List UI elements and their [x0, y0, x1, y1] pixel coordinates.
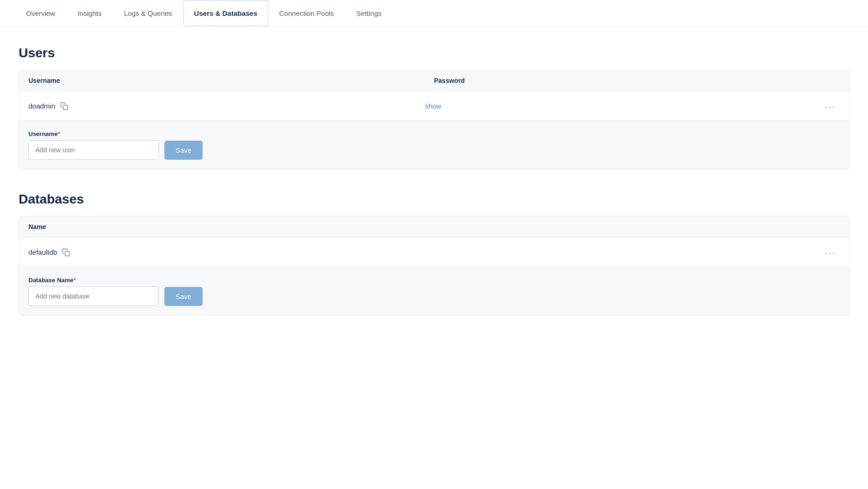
databases-section-title: Databases — [19, 192, 849, 207]
nav-item-logs-queries[interactable]: Logs & Queries — [113, 0, 183, 27]
username-value: doadmin — [28, 102, 55, 110]
databases-table-header: Name — [19, 217, 849, 238]
nav-item-connection-pools[interactable]: Connection Pools — [268, 0, 346, 27]
copy-username-icon[interactable] — [60, 102, 68, 110]
database-name-cell: defaultdb — [28, 248, 821, 257]
svg-rect-1 — [65, 251, 69, 256]
name-col-header: Name — [28, 223, 840, 231]
add-user-form-row: Save — [28, 140, 840, 160]
nav-item-overview[interactable]: Overview — [15, 0, 67, 27]
nav-item-users-databases[interactable]: Users & Databases — [183, 0, 268, 26]
database-row-defaultdb: defaultdb ··· — [19, 238, 849, 267]
username-col-header: Username — [28, 77, 434, 84]
nav-item-settings[interactable]: Settings — [345, 0, 393, 27]
users-section-title: Users — [19, 46, 849, 61]
add-user-form: Username* Save — [19, 121, 849, 169]
copy-dbname-icon[interactable] — [62, 248, 70, 257]
user-row-menu-button[interactable]: ··· — [821, 100, 840, 113]
add-database-input[interactable] — [28, 286, 159, 306]
top-navigation: Overview Insights Logs & Queries Users &… — [0, 0, 868, 27]
add-database-form: Database Name* Save — [19, 267, 849, 315]
database-name-field-label: Database Name* — [28, 277, 840, 284]
add-database-form-row: Save — [28, 286, 840, 306]
save-database-button[interactable]: Save — [164, 287, 203, 306]
password-col-header: Password — [434, 77, 840, 84]
main-content: Users Username Password doadmin show ··· — [0, 27, 868, 357]
database-name-value: defaultdb — [28, 248, 57, 256]
database-row-menu-button[interactable]: ··· — [821, 246, 840, 259]
username-field-label: Username* — [28, 130, 840, 137]
show-password-link[interactable]: show — [425, 102, 441, 110]
databases-card: Name defaultdb ··· Database Name* — [19, 216, 849, 316]
nav-item-insights[interactable]: Insights — [67, 0, 113, 27]
svg-rect-0 — [63, 105, 68, 109]
users-card: Username Password doadmin show ··· — [19, 70, 849, 170]
user-row-doadmin: doadmin show ··· — [19, 91, 849, 121]
password-cell: show — [425, 102, 822, 110]
add-user-input[interactable] — [28, 140, 159, 160]
users-table-header: Username Password — [19, 70, 849, 91]
username-cell: doadmin — [28, 102, 425, 110]
save-user-button[interactable]: Save — [164, 141, 203, 160]
